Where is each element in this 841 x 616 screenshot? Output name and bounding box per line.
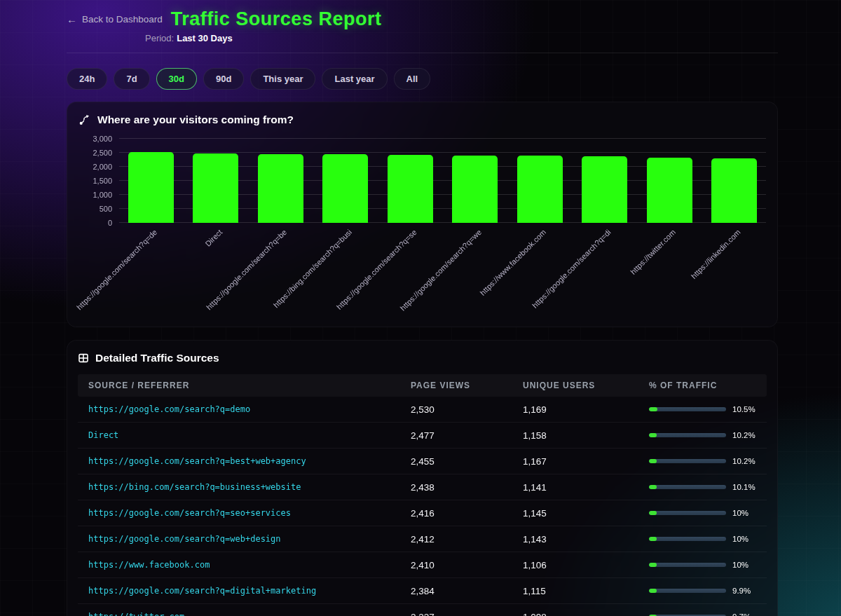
source-link[interactable]: https://google.com/search?q=seo+services xyxy=(88,508,411,518)
traffic-progress-fill xyxy=(649,537,657,541)
header-divider xyxy=(67,53,778,53)
page-views-value: 2,412 xyxy=(411,534,523,545)
table-row: https://google.com/search?q=best+web+age… xyxy=(78,449,767,474)
table-row: https://twitter.com2,3371,0989.7% xyxy=(78,604,767,616)
traffic-percent-label: 10.5% xyxy=(732,405,755,413)
column-header: UNIQUE USERS xyxy=(523,381,649,390)
traffic-progress-bar xyxy=(649,407,726,411)
filter-all[interactable]: All xyxy=(394,68,431,90)
back-to-dashboard-link[interactable]: ← Back to Dashboard xyxy=(67,14,163,25)
x-label-slot: Direct xyxy=(193,223,238,322)
table-row: https://www.facebook.com2,4101,10610% xyxy=(78,552,767,578)
chart-bar[interactable] xyxy=(193,153,238,223)
x-axis-label: https://twitter.com xyxy=(629,228,677,276)
unique-users-value: 1,167 xyxy=(523,456,649,467)
x-axis-label: https://linkedin.com xyxy=(689,228,741,280)
table-row: Direct2,4771,15810.2% xyxy=(78,423,767,449)
source-link[interactable]: https://twitter.com xyxy=(88,612,411,616)
unique-users-value: 1,115 xyxy=(523,586,649,596)
traffic-progress-fill xyxy=(649,433,657,437)
traffic-cell: 10.5% xyxy=(649,405,756,413)
traffic-progress-fill xyxy=(649,563,657,567)
chart-bar[interactable] xyxy=(258,154,303,223)
column-header: PAGE VIEWS xyxy=(411,381,523,390)
filter-7d[interactable]: 7d xyxy=(114,68,149,90)
traffic-progress-fill xyxy=(649,485,657,489)
y-axis-tick: 3,000 xyxy=(93,135,112,143)
page-views-value: 2,530 xyxy=(411,404,523,415)
back-arrow-icon: ← xyxy=(67,14,77,25)
traffic-cell: 9.7% xyxy=(649,612,756,616)
traffic-progress-fill xyxy=(649,459,657,463)
unique-users-value: 1,145 xyxy=(523,508,649,519)
y-axis-tick: 0 xyxy=(108,219,112,227)
traffic-percent-label: 9.9% xyxy=(732,587,751,595)
filter-last-year[interactable]: Last year xyxy=(322,68,387,90)
x-label-slot: https://twitter.com xyxy=(647,223,692,322)
traffic-percent-label: 10.1% xyxy=(732,483,755,491)
filter-90d[interactable]: 90d xyxy=(203,68,244,90)
x-label-slot: https://google.com/search?q=be xyxy=(258,223,303,322)
page-title: Traffic Sources Report xyxy=(171,8,382,30)
page-views-value: 2,438 xyxy=(411,482,523,493)
source-link[interactable]: https://www.facebook.com xyxy=(88,560,411,570)
chart-bar[interactable] xyxy=(517,156,563,223)
traffic-progress-bar xyxy=(649,433,726,437)
table-card-title-row: Detailed Traffic Sources xyxy=(78,352,767,364)
table-card-title: Detailed Traffic Sources xyxy=(95,352,219,364)
filter-24h[interactable]: 24h xyxy=(67,68,107,90)
chart-bar[interactable] xyxy=(711,158,757,223)
traffic-progress-fill xyxy=(649,407,657,411)
bar-slot xyxy=(517,139,563,223)
bar-slot xyxy=(258,139,303,223)
traffic-cell: 9.9% xyxy=(649,587,756,595)
traffic-percent-label: 10% xyxy=(732,509,748,517)
chart-bar[interactable] xyxy=(128,152,174,223)
chart-bar[interactable] xyxy=(452,156,498,223)
source-link[interactable]: Direct xyxy=(88,430,411,440)
table-header-row: SOURCE / REFERRERPAGE VIEWSUNIQUE USERS%… xyxy=(78,374,767,397)
content-container: ← Back to Dashboard Traffic Sources Repo… xyxy=(67,0,778,616)
traffic-percent-label: 10.2% xyxy=(732,457,755,465)
y-axis-tick: 2,000 xyxy=(93,163,112,171)
table-row: https://google.com/search?q=web+design2,… xyxy=(78,526,767,552)
bar-slot xyxy=(711,139,757,223)
bar-slot xyxy=(193,139,238,223)
source-link[interactable]: https://google.com/search?q=digital+mark… xyxy=(88,586,411,596)
chart-bar[interactable] xyxy=(388,155,433,223)
unique-users-value: 1,169 xyxy=(523,404,649,415)
table-body: https://google.com/search?q=demo2,5301,1… xyxy=(78,397,767,616)
filter-this-year[interactable]: This year xyxy=(250,68,315,90)
page-views-value: 2,455 xyxy=(411,456,523,467)
bar-slot xyxy=(452,139,498,223)
table-row: https://google.com/search?q=seo+services… xyxy=(78,500,767,526)
unique-users-value: 1,106 xyxy=(523,560,649,570)
x-label-slot: https://google.com/search?q=we xyxy=(452,223,498,322)
unique-users-value: 1,158 xyxy=(523,430,649,441)
x-axis-label: Direct xyxy=(203,228,224,248)
bars-container xyxy=(119,139,766,223)
table-row: https://google.com/search?q=digital+mark… xyxy=(78,578,767,604)
source-link[interactable]: https://google.com/search?q=web+design xyxy=(88,534,411,544)
traffic-percent-label: 10.2% xyxy=(732,431,755,439)
chart-bar[interactable] xyxy=(322,154,368,223)
page-views-value: 2,384 xyxy=(411,586,523,596)
source-link[interactable]: https://google.com/search?q=demo xyxy=(88,404,411,414)
traffic-progress-bar xyxy=(649,563,726,567)
source-link[interactable]: https://bing.com/search?q=business+websi… xyxy=(88,482,411,492)
traffic-cell: 10% xyxy=(649,509,756,517)
unique-users-value: 1,143 xyxy=(523,534,649,545)
traffic-cell: 10.2% xyxy=(649,457,756,465)
bar-slot xyxy=(322,139,368,223)
back-link-label: Back to Dashboard xyxy=(82,14,163,25)
page-views-value: 2,337 xyxy=(411,612,523,616)
traffic-table-card: Detailed Traffic Sources SOURCE / REFERR… xyxy=(67,340,778,616)
period-row: Period:Last 30 Days xyxy=(145,33,778,43)
source-link[interactable]: https://google.com/search?q=best+web+age… xyxy=(88,456,411,466)
chart-bar[interactable] xyxy=(647,158,692,223)
chart-bar[interactable] xyxy=(582,156,627,223)
traffic-percent-label: 10% xyxy=(732,535,748,543)
filter-30d[interactable]: 30d xyxy=(156,68,197,90)
bar-chart: 05001,0001,5002,0002,5003,000 https://go… xyxy=(78,139,766,322)
traffic-cell: 10% xyxy=(649,535,756,543)
